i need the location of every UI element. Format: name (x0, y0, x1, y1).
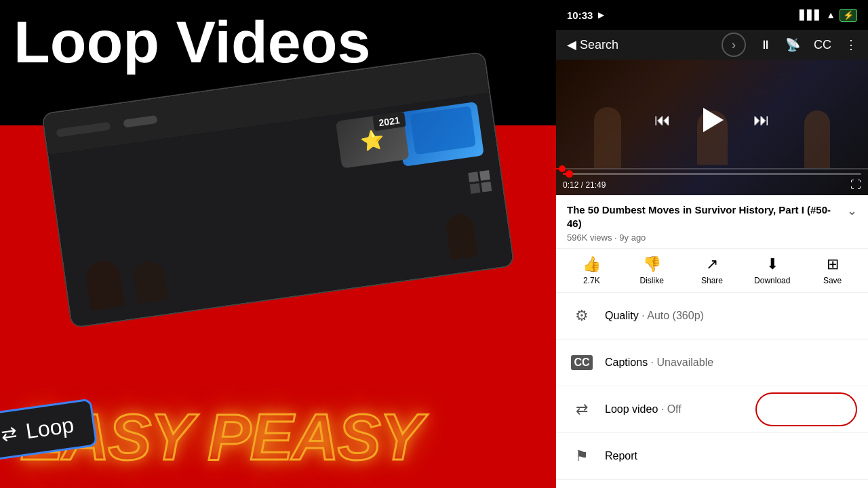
share-label: Share (701, 276, 723, 285)
loop-video-label: Loop video · Off (605, 403, 682, 415)
share-icon: ↗ (706, 256, 718, 273)
time-current: 0:12 / 21:49 (563, 180, 606, 190)
more-options-icon[interactable]: ⋮ (845, 37, 857, 52)
captions-icon[interactable]: CC (814, 38, 831, 52)
signal-icon: ▋▋▋ (800, 9, 822, 20)
battery-icon: ⚡ (840, 9, 857, 22)
progress-bar[interactable] (563, 173, 861, 175)
report-icon-wrapper: ⚑ (570, 444, 594, 468)
save-label: Save (823, 276, 842, 285)
status-left: 10:33 ▶ (567, 9, 604, 21)
loop-arrows-icon: ⇄ (0, 422, 18, 446)
scrubber-track (556, 168, 868, 169)
share-button[interactable]: ↗ Share (692, 256, 732, 285)
left-panel: Loop Videos ⭐ 2021 (0, 0, 556, 488)
dislike-label: Dislike (640, 276, 664, 285)
dislike-icon: 👎 (643, 256, 661, 273)
menu-item-help[interactable]: ? Help & feedback (556, 480, 868, 488)
menu-item-captions[interactable]: CC Captions · Unavailable (556, 340, 868, 386)
time-row: 0:12 / 21:49 ⛶ (563, 179, 861, 191)
video-meta: 596K views · 9y ago (567, 232, 857, 243)
menu-item-loop-video[interactable]: ⇄ Loop video · Off (556, 386, 868, 433)
video-controls: ⏮ ⏭ 0:12 / 21:49 ⛶ (556, 60, 868, 195)
gear-icon: ⚙ (575, 307, 589, 325)
menu-item-report[interactable]: ⚑ Report (556, 433, 868, 480)
video-info: The 50 Dumbest Moves in Survivor History… (556, 195, 868, 249)
download-label: Download (754, 276, 790, 285)
video-title: The 50 Dumbest Moves in Survivor History… (567, 203, 842, 230)
cast-icon[interactable]: 📡 (785, 37, 800, 52)
captions-icon-wrapper: CC (570, 350, 594, 375)
save-button[interactable]: ⊞ Save (812, 256, 853, 285)
video-bottom-controls: 0:12 / 21:49 ⛶ (556, 169, 868, 195)
loop-icon-wrapper: ⇄ (570, 397, 594, 422)
right-panel: 10:33 ▶ ▋▋▋ ▲ ⚡ ◀ Search › ⏸ 📡 CC ⋮ (556, 0, 868, 488)
menu-list: ⚙ Quality · Auto (360p) CC Captions · Un… (556, 293, 868, 488)
status-right: ▋▋▋ ▲ ⚡ (800, 9, 857, 22)
play-triangle-icon (703, 108, 724, 132)
loop-label-text: Loop (24, 413, 76, 445)
chevron-down-icon[interactable]: ⌄ (847, 203, 857, 218)
action-bar: 👍 2.7K 👎 Dislike ↗ Share ⬇ Download ⊞ Sa… (556, 249, 868, 293)
save-icon: ⊞ (827, 256, 839, 273)
skip-forward-icon[interactable]: ⏭ (753, 110, 770, 129)
like-count: 2.7K (583, 276, 600, 285)
download-icon: ⬇ (766, 256, 778, 273)
location-icon: ▶ (598, 10, 604, 20)
captions-menu-icon: CC (571, 355, 592, 370)
video-top-controls (556, 60, 868, 70)
quality-label: Quality · Auto (360p) (605, 310, 704, 322)
back-search-button[interactable]: ◀ Search (567, 37, 618, 52)
pause-control-icon[interactable]: ⏸ (760, 38, 772, 52)
loop-video-icon: ⇄ (576, 401, 588, 418)
forward-button[interactable]: › (722, 33, 746, 57)
captions-label: Captions · Unavailable (605, 357, 713, 369)
video-center-controls: ⏮ ⏭ (556, 103, 868, 137)
skip-back-icon[interactable]: ⏮ (654, 110, 671, 129)
video-title-row: The 50 Dumbest Moves in Survivor History… (567, 203, 857, 230)
menu-item-quality[interactable]: ⚙ Quality · Auto (360p) (556, 293, 868, 340)
loop-circle-annotation (755, 392, 857, 426)
progress-dot (566, 170, 573, 178)
wifi-icon: ▲ (826, 9, 835, 20)
video-player[interactable]: ⏮ ⏭ 0:12 / 21:49 ⛶ (556, 60, 868, 195)
status-bar: 10:33 ▶ ▋▋▋ ▲ ⚡ (556, 0, 868, 30)
like-button[interactable]: 👍 2.7K (571, 256, 612, 285)
download-button[interactable]: ⬇ Download (752, 256, 793, 285)
play-button[interactable] (695, 103, 729, 137)
like-icon: 👍 (583, 256, 601, 273)
forward-icon: › (732, 38, 736, 52)
status-time: 10:33 (567, 9, 593, 21)
nav-bar: ◀ Search › ⏸ 📡 CC ⋮ (556, 30, 868, 60)
dislike-button[interactable]: 👎 Dislike (631, 256, 672, 285)
fullscreen-icon[interactable]: ⛶ (850, 179, 861, 191)
quality-icon-wrapper: ⚙ (570, 304, 594, 328)
report-label: Report (605, 450, 637, 462)
main-title: Loop Videos (14, 12, 370, 72)
flag-icon: ⚑ (575, 447, 589, 465)
